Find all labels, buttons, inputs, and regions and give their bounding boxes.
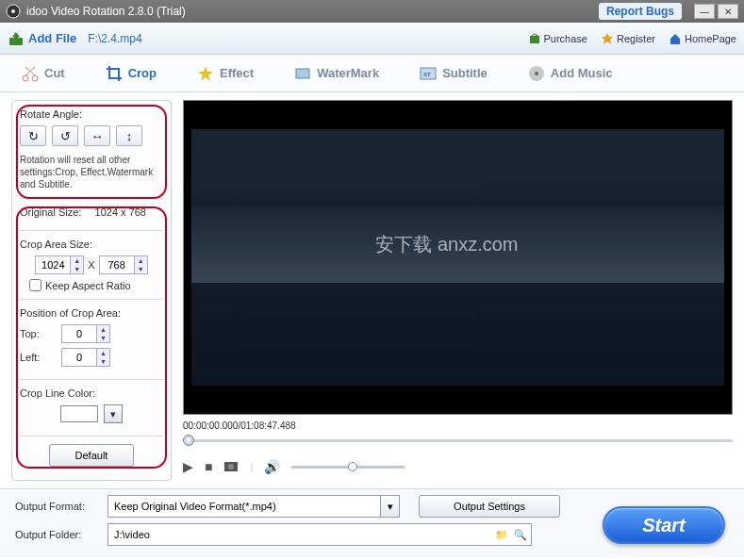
- player-controls: ▶ ■ | 🔊: [183, 453, 733, 481]
- camera-icon: [223, 459, 239, 472]
- play-button[interactable]: ▶: [183, 459, 193, 474]
- tab-add-music[interactable]: Add Music: [518, 58, 622, 89]
- keep-aspect-checkbox[interactable]: [29, 279, 41, 291]
- minimize-button[interactable]: —: [694, 4, 715, 19]
- output-folder-label: Output Folder:: [15, 529, 100, 540]
- volume-button[interactable]: 🔊: [264, 459, 280, 474]
- rotate-ccw-button[interactable]: ↺: [52, 125, 78, 146]
- svg-point-12: [228, 464, 234, 469]
- homepage-link[interactable]: HomePage: [669, 32, 736, 45]
- file-path: F:\2.4.mp4: [88, 32, 141, 45]
- crop-left-spinner[interactable]: ▲▼: [61, 348, 110, 367]
- home-icon: [669, 32, 682, 45]
- volume-slider[interactable]: [291, 462, 405, 471]
- flip-vertical-button[interactable]: ↕: [116, 125, 142, 146]
- seek-thumb[interactable]: [183, 435, 194, 446]
- titlebar: idoo Video Rotation 2.8.0 (Trial) Report…: [0, 0, 744, 23]
- flip-horizontal-button[interactable]: ↔: [84, 125, 110, 146]
- add-file-icon: [8, 30, 25, 47]
- crop-height-spinner[interactable]: ▲▼: [99, 255, 148, 274]
- svg-text:ST: ST: [423, 72, 431, 77]
- time-total: 01:08:47.488: [240, 420, 295, 431]
- start-button[interactable]: Start: [603, 506, 725, 544]
- crop-height-input[interactable]: [100, 259, 134, 271]
- close-button[interactable]: ✕: [718, 4, 738, 19]
- default-button[interactable]: Default: [49, 444, 134, 467]
- crop-icon: [105, 64, 124, 83]
- svg-point-10: [535, 72, 538, 75]
- tab-watermark[interactable]: WaterMark: [284, 58, 389, 89]
- seek-slider[interactable]: [183, 434, 733, 447]
- output-format-value: Keep Original Video Format(*.mp4): [114, 501, 276, 512]
- crop-position-section: Position of Crop Area: Top:▲▼ Left:▲▼: [20, 307, 163, 380]
- keep-aspect-label: Keep Aspect Ratio: [45, 280, 131, 291]
- svg-rect-3: [530, 36, 539, 43]
- original-size-section: Original Size: 1024 x 768: [20, 206, 163, 231]
- output-folder-value: J:\video: [114, 529, 150, 540]
- crop-color-label: Crop Line Color:: [20, 387, 163, 399]
- stop-button[interactable]: ■: [205, 459, 212, 474]
- crop-top-input[interactable]: [62, 328, 96, 339]
- bottom-bar: Output Format: Keep Original Video Forma…: [0, 488, 744, 557]
- file-toolbar: Add File F:\2.4.mp4 Purchase Register Ho…: [0, 23, 744, 55]
- original-size-value: 1024 x 768: [95, 206, 146, 218]
- tab-subtitle[interactable]: STSubtitle: [409, 58, 497, 89]
- tab-cut[interactable]: Cut: [11, 58, 74, 89]
- report-bugs-link[interactable]: Report Bugs: [599, 3, 682, 20]
- crop-color-dropdown[interactable]: ▾: [104, 404, 123, 423]
- add-file-label: Add File: [28, 31, 76, 45]
- output-format-combo[interactable]: Keep Original Video Format(*.mp4)▾: [107, 495, 400, 518]
- search-icon[interactable]: 🔍: [514, 529, 527, 541]
- down-arrow-icon[interactable]: ▼: [70, 265, 83, 273]
- crop-area-section: Crop Area Size: ▲▼ X ▲▼ Keep Aspect Rati…: [20, 239, 163, 300]
- output-settings-button[interactable]: Output Settings: [419, 495, 560, 518]
- window-title: idoo Video Rotation 2.8.0 (Trial): [26, 5, 599, 18]
- register-icon: [601, 32, 614, 45]
- up-arrow-icon[interactable]: ▲: [134, 256, 147, 265]
- time-display: 00:00:00.000 / 01:08:47.488: [183, 415, 733, 432]
- time-current: 00:00:00.000: [183, 420, 238, 431]
- svg-rect-6: [296, 69, 309, 78]
- svg-point-4: [23, 75, 28, 81]
- rotate-cw-button[interactable]: ↻: [20, 125, 46, 146]
- main-area: Rotate Angle: ↻ ↺ ↔ ↕ Rotation will rese…: [0, 92, 744, 488]
- crop-position-label: Position of Crop Area:: [20, 307, 163, 319]
- volume-thumb[interactable]: [348, 462, 357, 471]
- left-label: Left:: [20, 352, 58, 363]
- down-arrow-icon[interactable]: ▼: [134, 265, 147, 273]
- crop-area-label: Crop Area Size:: [20, 239, 163, 250]
- crop-width-input[interactable]: [36, 259, 70, 271]
- output-folder-field[interactable]: J:\video 📁 🔍: [107, 523, 532, 546]
- rotate-angle-label: Rotate Angle:: [20, 108, 163, 120]
- x-separator: X: [88, 259, 94, 271]
- tab-effect[interactable]: Effect: [187, 58, 263, 89]
- top-label: Top:: [20, 328, 58, 339]
- crop-width-spinner[interactable]: ▲▼: [35, 255, 84, 274]
- purchase-icon: [528, 32, 541, 45]
- scissors-icon: [21, 64, 40, 83]
- original-size-label: Original Size:: [20, 206, 81, 218]
- tab-crop[interactable]: Crop: [95, 58, 166, 89]
- output-format-label: Output Format:: [15, 501, 100, 512]
- effect-icon: [196, 64, 215, 83]
- crop-color-section: Crop Line Color: ▾: [20, 387, 163, 436]
- subtitle-icon: ST: [419, 64, 438, 83]
- browse-folder-icon[interactable]: 📁: [495, 529, 508, 541]
- watermark-icon: [293, 64, 312, 83]
- video-preview[interactable]: 安下载 anxz.com: [183, 100, 733, 415]
- register-link[interactable]: Register: [601, 32, 655, 45]
- crop-top-spinner[interactable]: ▲▼: [61, 324, 110, 343]
- rotate-note: Rotation will reset all other settings:C…: [20, 154, 163, 190]
- chevron-down-icon[interactable]: ▾: [380, 496, 399, 517]
- svg-point-1: [11, 9, 15, 13]
- snapshot-button[interactable]: [223, 459, 239, 475]
- watermark-overlay: 安下载 anxz.com: [375, 232, 518, 257]
- up-arrow-icon[interactable]: ▲: [70, 256, 83, 265]
- rotate-section: Rotate Angle: ↻ ↺ ↔ ↕ Rotation will rese…: [20, 108, 163, 199]
- app-icon: [6, 4, 21, 19]
- tabs-toolbar: Cut Crop Effect WaterMark STSubtitle Add…: [0, 55, 744, 92]
- crop-color-swatch[interactable]: [60, 405, 98, 422]
- crop-left-input[interactable]: [62, 352, 96, 363]
- add-file-button[interactable]: Add File: [8, 30, 76, 47]
- purchase-link[interactable]: Purchase: [528, 32, 587, 45]
